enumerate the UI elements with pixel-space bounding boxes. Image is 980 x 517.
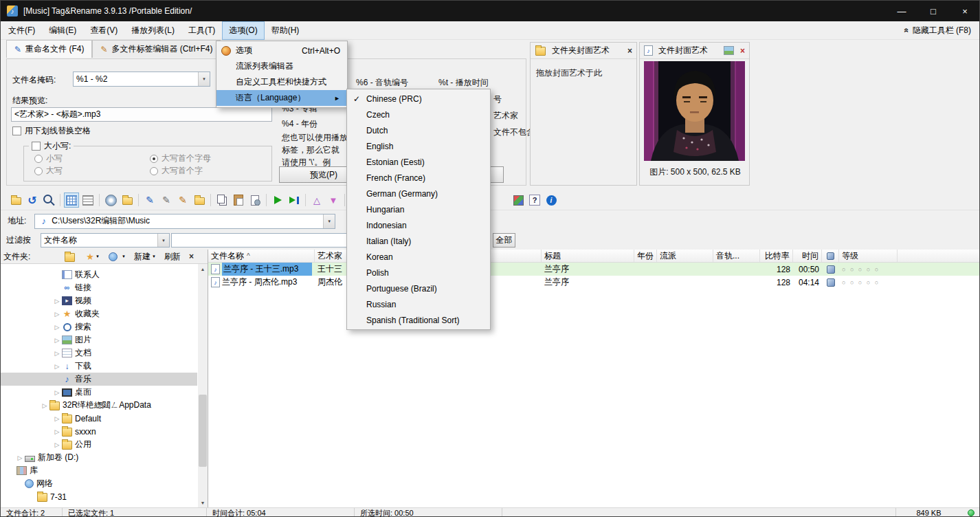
- rename-folder-button[interactable]: [192, 192, 207, 208]
- up-folder-button[interactable]: [62, 251, 80, 263]
- tree-item-pictures[interactable]: ▷图片: [1, 333, 197, 346]
- disc-button[interactable]: [103, 192, 118, 208]
- copy-button[interactable]: [214, 192, 230, 208]
- file-row[interactable]: ♪兰亭序 - 王十三.mp3 王十三 兰亭序 128 00:50 ○ ○ ○ ○…: [208, 263, 980, 276]
- write-tags-button[interactable]: ✎: [142, 192, 157, 208]
- menu-tools[interactable]: 工具(T): [182, 22, 221, 39]
- close-icon[interactable]: ×: [627, 46, 632, 56]
- expand-icon[interactable]: ▷: [53, 415, 61, 422]
- favorites-menu-button[interactable]: ★▼: [84, 251, 102, 263]
- radio-icon[interactable]: [150, 155, 158, 163]
- paste-button[interactable]: [231, 192, 246, 208]
- scrollbar-thumb[interactable]: [199, 395, 207, 467]
- close-button[interactable]: ×: [949, 1, 980, 21]
- new-folder-button[interactable]: 新建▼: [132, 250, 158, 263]
- tree-item-favorites[interactable]: ▷★收藏夹: [1, 307, 197, 320]
- tag-fields-button[interactable]: ✎: [175, 192, 190, 208]
- radio-capitalize-first[interactable]: 大写首个字母: [150, 153, 211, 164]
- column-time[interactable]: 时间: [793, 250, 822, 262]
- expand-icon[interactable]: ▷: [53, 389, 61, 396]
- tree-item-appdata[interactable]: ▷32R缂栬緫閮ㄥAppData: [1, 399, 197, 412]
- tools-button[interactable]: [511, 192, 526, 208]
- tree-item-desktop[interactable]: ▷桌面: [1, 386, 197, 399]
- move-down-button[interactable]: ▼: [326, 192, 341, 208]
- details-view-button[interactable]: [80, 192, 96, 208]
- copy-folders-button[interactable]: [120, 192, 135, 208]
- checkbox-icon[interactable]: [32, 142, 41, 151]
- language-item-korean[interactable]: Korean: [347, 249, 490, 265]
- column-filename[interactable]: 文件名称^: [208, 250, 315, 262]
- change-art-icon[interactable]: [724, 46, 734, 55]
- menu-help[interactable]: 帮助(H): [265, 22, 306, 39]
- language-item-czech[interactable]: Czech: [347, 107, 490, 122]
- file-row[interactable]: ♪兰亭序 - 周杰伦.mp3 周杰伦 兰亭序 128 04:14 ○ ○ ○ ○…: [208, 276, 980, 289]
- expand-icon[interactable]: ▷: [53, 441, 61, 448]
- combo-dropdown-icon[interactable]: ▼: [157, 234, 169, 247]
- refresh-button[interactable]: 刷新: [162, 250, 183, 263]
- filename-mask-combo[interactable]: %1 - %2 ▼: [73, 72, 210, 87]
- play-button[interactable]: [270, 192, 285, 208]
- menu-playlist[interactable]: 播放列表(L): [125, 22, 181, 39]
- search-button[interactable]: [41, 192, 56, 208]
- tree-item-sxxxn[interactable]: ▷sxxxn: [1, 425, 197, 438]
- radio-icon[interactable]: [34, 155, 43, 163]
- tree-item-music[interactable]: ♪音乐: [1, 373, 197, 386]
- column-rating[interactable]: 等级: [839, 250, 898, 262]
- minimize-button[interactable]: —: [886, 1, 917, 21]
- column-track[interactable]: 音轨...: [713, 250, 760, 262]
- language-item-estonian[interactable]: Estonian (Eesti): [347, 154, 490, 170]
- language-item-polish[interactable]: Polish: [347, 265, 490, 280]
- menu-item-customize-toolbar[interactable]: 自定义工具栏和快捷方式: [216, 74, 347, 90]
- column-media[interactable]: [822, 250, 839, 262]
- tab-multi-tag-editor[interactable]: ✎ 多文件标签编辑器 (Ctrl+F4): [92, 40, 221, 58]
- language-item-italian[interactable]: Italian (Italy): [347, 233, 490, 249]
- language-item-chinese-prc[interactable]: ✓Chinese (PRC): [347, 91, 490, 107]
- menu-view[interactable]: 查看(V): [84, 22, 124, 39]
- radio-lowercase[interactable]: 小写: [34, 153, 63, 164]
- language-item-german[interactable]: German (Germany): [347, 186, 490, 201]
- expand-icon[interactable]: ▷: [41, 402, 49, 409]
- menu-item-language[interactable]: 语言（Language） ►: [216, 90, 347, 106]
- close-tree-icon[interactable]: ×: [189, 252, 194, 261]
- expand-icon[interactable]: ▷: [53, 350, 61, 357]
- language-item-russian[interactable]: Russian: [347, 296, 490, 312]
- tree-item-searches[interactable]: ▷搜索: [1, 320, 197, 333]
- expand-icon[interactable]: ▷: [16, 454, 24, 461]
- filter-all-button[interactable]: 全部: [493, 233, 515, 248]
- checkbox-icon[interactable]: [12, 126, 21, 135]
- tab-rename-files[interactable]: ✎ 重命名文件 (F4): [6, 40, 92, 58]
- radio-icon[interactable]: [150, 167, 158, 175]
- language-item-hungarian[interactable]: Hungarian: [347, 201, 490, 217]
- filter-field-combo[interactable]: 文件名称 ▼: [41, 233, 170, 248]
- file-properties-button[interactable]: [247, 192, 263, 208]
- play-next-button[interactable]: [287, 192, 302, 208]
- tree-item-downloads[interactable]: ▷↓下载: [1, 360, 197, 373]
- tree-item-links[interactable]: ∞链接: [1, 281, 197, 294]
- tree-item-videos[interactable]: ▷▸视频: [1, 294, 197, 307]
- maximize-button[interactable]: □: [917, 1, 949, 21]
- expand-icon[interactable]: ▷: [53, 311, 61, 318]
- expand-icon[interactable]: ▷: [53, 298, 61, 305]
- expand-icon[interactable]: ▷: [53, 363, 61, 370]
- language-item-spanish[interactable]: Spanish (Traditional Sort): [347, 312, 490, 328]
- rating-cell[interactable]: ○ ○ ○ ○ ○: [839, 263, 898, 276]
- tree-item-drive-d[interactable]: ▷新加卷 (D:): [1, 451, 197, 464]
- move-up-button[interactable]: △: [309, 192, 324, 208]
- case-checkbox[interactable]: 大小写:: [29, 140, 74, 152]
- menu-item-genre-list-editor[interactable]: 流派列表编辑器: [216, 58, 347, 74]
- column-title[interactable]: 标题: [542, 250, 634, 262]
- hide-toolbar-button[interactable]: « 隐藏工具栏 (F8): [904, 25, 971, 36]
- language-item-indonesian[interactable]: Indonesian: [347, 217, 490, 233]
- radio-icon[interactable]: [34, 167, 43, 175]
- radio-capitalize-words[interactable]: 大写首个字: [150, 165, 203, 177]
- help-button[interactable]: ?: [527, 192, 542, 208]
- menu-edit[interactable]: 编辑(E): [43, 22, 82, 39]
- address-combo[interactable]: ♪ C:\Users\32R编辑部\Music ▼: [34, 214, 335, 229]
- language-item-dutch[interactable]: Dutch: [347, 122, 490, 138]
- menu-file[interactable]: 文件(F): [2, 22, 41, 39]
- scroll-down-icon[interactable]: ▼: [198, 498, 208, 507]
- tree-item-contacts[interactable]: 联系人: [1, 268, 197, 281]
- expand-icon[interactable]: ▷: [53, 337, 61, 344]
- menu-item-options[interactable]: 选项 Ctrl+Alt+O: [216, 43, 347, 58]
- expand-icon[interactable]: ▷: [53, 324, 61, 331]
